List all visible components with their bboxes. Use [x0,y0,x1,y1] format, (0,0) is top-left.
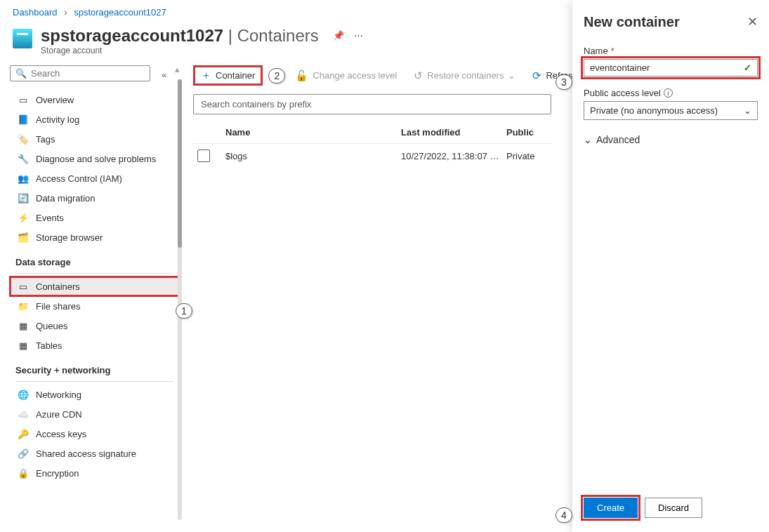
unlock-icon: 🔓 [295,69,308,82]
pin-icon[interactable]: 📌 [333,30,344,41]
advanced-label: Advanced [596,134,640,145]
sidebar-item-label: Diagnose and solve problems [36,154,156,164]
valid-check-icon: ✓ [744,62,751,73]
breadcrumb-root[interactable]: Dashboard [13,7,58,18]
sidebar-item-data-migration[interactable]: 🔄Data migration [10,188,179,208]
sidebar-item-label: Overview [36,95,74,105]
sidebar-item-label: Access Control (IAM) [36,173,122,184]
cell-modified: 10/27/2022, 11:38:07 … [401,151,506,161]
networking-icon: 🌐 [18,389,29,400]
create-button[interactable]: Create [584,498,638,518]
menu-section-data: Data storage [10,247,179,270]
sidebar-item-azure-cdn[interactable]: ☁️Azure CDN [10,404,179,424]
sidebar-item-encryption[interactable]: 🔒Encryption [10,463,179,483]
sidebar-search-input[interactable] [27,68,149,79]
col-name[interactable]: Name [225,127,401,138]
cell-name: $logs [225,151,401,161]
sidebar-item-label: Shared access signature [36,448,136,459]
sidebar: 🔍 « ▴ ▭Overview📘Activity log🏷️Tags🔧Diagn… [0,65,179,532]
annotation-3: 3 [556,74,572,90]
chevron-down-icon: ⌄ [584,134,592,145]
collapse-sidebar-icon[interactable]: « [162,69,166,80]
sidebar-item-networking[interactable]: 🌐Networking [10,385,179,404]
sidebar-item-storage-browser[interactable]: 🗂️Storage browser [10,227,179,247]
search-containers-input[interactable]: Search containers by prefix [193,94,551,114]
sidebar-item-tables[interactable]: ▦Tables [10,335,179,355]
annotation-4: 4 [556,507,572,523]
new-container-panel: New container ✕ Name * eventcontainer ✓ … [572,0,769,532]
access-level-dropdown[interactable]: Private (no anonymous access) ⌄ [584,101,758,120]
name-label-text: Name [584,46,608,56]
new-container-label: Container [216,70,255,81]
migration-icon: 🔄 [18,192,29,204]
sidebar-item-label: Events [36,213,64,223]
chevron-down-icon: ⌄ [508,70,515,81]
restore-label: Restore containers [427,70,504,81]
name-label: Name * [584,46,758,56]
advanced-toggle[interactable]: ⌄ Advanced [584,131,758,145]
row-checkbox[interactable] [197,149,210,162]
table-row[interactable]: $logs 10/27/2022, 11:38:07 … Private [193,143,551,168]
title-section: Containers [237,26,319,45]
sidebar-item-access-keys[interactable]: 🔑Access keys [10,424,179,444]
tags-icon: 🏷️ [18,133,29,145]
sidebar-item-tags[interactable]: 🏷️Tags [10,129,179,149]
title-name: spstorageaccount1027 [41,26,223,45]
sidebar-item-label: Access keys [36,429,86,439]
sidebar-item-label: Queues [36,321,68,331]
discard-button[interactable]: Discard [645,498,702,518]
menu-section-security: Security + networking [10,355,179,378]
sidebar-search[interactable]: 🔍 [10,65,150,81]
sidebar-item-label: Encryption [36,468,79,479]
sidebar-item-shared-access-signature[interactable]: 🔗Shared access signature [10,444,179,463]
containers-icon: ▭ [18,281,29,292]
sidebar-item-overview[interactable]: ▭Overview [10,90,179,109]
new-container-button[interactable]: ＋ Container [193,65,263,86]
fileshares-icon: 📁 [18,300,29,312]
name-input[interactable]: eventcontainer ✓ [584,59,758,77]
chevron-down-icon: ⌄ [744,105,751,116]
browser-icon: 🗂️ [18,232,29,243]
sidebar-item-label: Containers [36,281,80,292]
sidebar-item-activity-log[interactable]: 📘Activity log [10,109,179,129]
sidebar-item-label: Data migration [36,193,96,204]
breadcrumb-sep: › [64,7,67,18]
col-access[interactable]: Public [506,127,556,138]
diagnose-icon: 🔧 [18,153,29,164]
info-icon[interactable]: i [664,88,673,98]
table-header: Name Last modified Public [193,121,551,143]
sidebar-item-label: Tags [36,134,55,145]
events-icon: ⚡ [18,212,29,223]
restore-containers-button: ↺ Restore containers ⌄ [407,66,522,86]
cdn-icon: ☁️ [18,408,29,420]
cell-access: Private [506,151,556,161]
title-sep: | [228,26,232,45]
encryption-icon: 🔒 [18,467,29,479]
name-value: eventcontainer [590,62,650,73]
plus-icon: ＋ [201,69,211,82]
more-icon[interactable]: ⋯ [354,30,363,41]
annotation-2: 2 [268,68,285,84]
sidebar-item-diagnose-and-solve-problems[interactable]: 🔧Diagnose and solve problems [10,149,179,168]
breadcrumb-current[interactable]: spstorageaccount1027 [74,7,166,18]
queues-icon: ▦ [18,320,29,331]
col-modified[interactable]: Last modified [401,127,506,138]
sidebar-item-containers[interactable]: ▭Containers [10,277,179,296]
required-asterisk: * [611,46,614,56]
storage-account-icon [13,29,32,48]
sas-icon: 🔗 [18,448,29,459]
annotation-1: 1 [176,303,192,319]
sidebar-item-label: Azure CDN [36,409,82,420]
sidebar-item-file-shares[interactable]: 📁File shares [10,296,179,316]
change-access-label: Change access level [313,70,397,81]
sidebar-item-queues[interactable]: ▦Queues [10,316,179,335]
close-icon[interactable]: ✕ [747,14,758,29]
undo-icon: ↺ [414,69,423,82]
sidebar-item-label: Storage browser [36,232,103,243]
divider [15,273,173,274]
page-subtitle: Storage account [41,46,319,55]
sidebar-item-events[interactable]: ⚡Events [10,208,179,227]
sidebar-item-access-control-iam-[interactable]: 👥Access Control (IAM) [10,168,179,188]
overview-icon: ▭ [18,94,29,105]
divider [15,381,173,382]
